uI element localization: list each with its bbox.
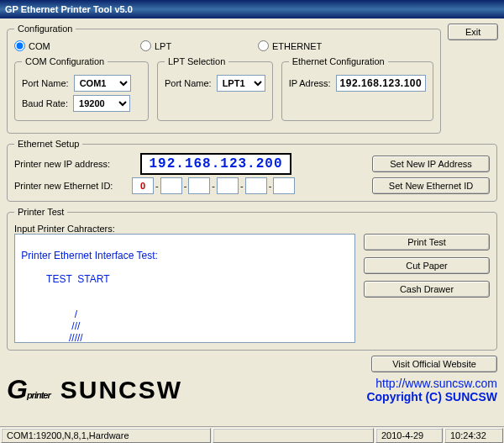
copyright-text: Copyright (C) SUNCSW <box>366 390 497 403</box>
cash-drawer-button[interactable]: Cash Drawer <box>364 281 490 298</box>
com-config-group: COM Configuration Port Name: COM1 Baud R… <box>14 56 149 121</box>
radio-lpt[interactable] <box>140 40 151 51</box>
eth-id-3[interactable] <box>217 177 239 194</box>
com-config-legend: COM Configuration <box>22 56 108 66</box>
visit-website-button[interactable]: Visit Official Website <box>371 356 497 372</box>
eth-id-4[interactable] <box>245 177 267 194</box>
configuration-legend: Configuration <box>14 24 76 34</box>
set-ethernet-id-button[interactable]: Set New Ethernet ID <box>372 177 490 194</box>
status-connection: COM1:19200,N,8,1,Hardware <box>1 428 211 443</box>
radio-ethernet[interactable] <box>258 40 269 51</box>
printer-characters-textarea[interactable]: Printer Ethernet Interface Test: TEST ST… <box>15 235 354 342</box>
print-test-button[interactable]: Print Test <box>364 234 490 251</box>
new-ethernet-id-label: Printer new Ethernet ID: <box>14 181 123 191</box>
eth-id-1[interactable] <box>160 177 182 194</box>
status-date: 2010-4-29 <box>375 428 443 443</box>
ip-address-display: 192.168.123.100 <box>336 75 427 92</box>
printer-test-legend: Printer Test <box>14 207 67 217</box>
suncsw-logo: SUNCSW <box>60 376 182 404</box>
configuration-group: Configuration COM LPT ETHERNET COM Confi… <box>7 24 441 134</box>
new-ip-label: Printer new IP address: <box>14 159 123 169</box>
com-port-label: Port Name: <box>22 78 69 88</box>
baud-rate-select[interactable]: 19200 <box>73 95 130 112</box>
ethernet-config-legend: Ethernet Configuration <box>289 56 388 66</box>
eth-id-0[interactable] <box>132 177 154 194</box>
status-spacer <box>213 428 374 443</box>
window-title: GP Ethernet Printer Tool v5.0 <box>5 4 133 14</box>
new-ip-display[interactable]: 192.168.123.200 <box>140 153 291 175</box>
title-bar: GP Ethernet Printer Tool v5.0 <box>0 0 504 18</box>
com-port-select[interactable]: COM1 <box>74 75 131 92</box>
radio-com-label: COM <box>29 41 50 51</box>
exit-button[interactable]: Exit <box>448 24 498 40</box>
printer-test-group: Printer Test Input Printer Cahracters: P… <box>7 207 497 351</box>
gprinter-logo: Gprinter <box>7 374 50 405</box>
lpt-port-label: Port Name: <box>165 78 212 88</box>
status-bar: COM1:19200,N,8,1,Hardware 2010-4-29 10:2… <box>0 426 504 443</box>
radio-com[interactable] <box>14 40 25 51</box>
radio-lpt-label: LPT <box>155 41 171 51</box>
ethernet-setup-group: Ethernet Setup Printer new IP address: 1… <box>7 139 497 202</box>
ethernet-id-inputs: - - - - - <box>132 177 295 194</box>
lpt-port-select[interactable]: LPT1 <box>217 75 265 92</box>
baud-rate-label: Baud Rate: <box>22 98 68 108</box>
status-time: 10:24:32 <box>444 428 503 443</box>
radio-ethernet-label: ETHERNET <box>272 41 322 51</box>
set-ip-button[interactable]: Set New IP Address <box>372 156 490 172</box>
ethernet-setup-legend: Ethernet Setup <box>14 139 82 149</box>
ethernet-config-group: Ethernet Configuration IP Adress: 192.16… <box>281 56 434 121</box>
cut-paper-button[interactable]: Cut Paper <box>364 257 490 274</box>
eth-id-2[interactable] <box>188 177 210 194</box>
input-characters-label: Input Printer Cahracters: <box>14 224 490 234</box>
lpt-selection-legend: LPT Selection <box>165 56 228 66</box>
lpt-selection-group: LPT Selection Port Name: LPT1 <box>157 56 273 121</box>
eth-id-5[interactable] <box>273 177 295 194</box>
website-link[interactable]: http://www.suncsw.com <box>366 377 497 390</box>
ip-address-label: IP Adress: <box>289 78 331 88</box>
